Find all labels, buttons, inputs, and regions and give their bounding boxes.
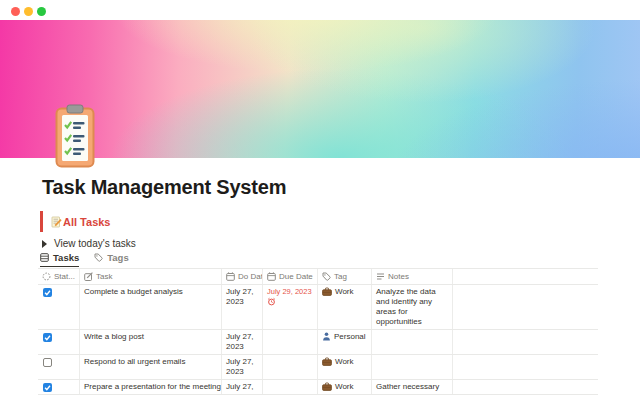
column-header-status[interactable]: Stat... (38, 269, 80, 284)
traffic-light-minimize-button[interactable] (24, 7, 33, 16)
tasks-table: Stat... Task Do Date (38, 268, 598, 400)
tag-cell[interactable]: Work (318, 355, 372, 379)
tab-tasks-label: Tasks (53, 252, 79, 263)
empty-cell (453, 330, 598, 354)
tab-tasks[interactable]: Tasks (40, 251, 79, 267)
table-row: Complete a budget analysisJuly 27, 2023J… (38, 284, 598, 329)
status-icon (42, 272, 51, 281)
do-date-cell[interactable]: July 27, (222, 380, 263, 394)
task-title-cell[interactable]: Write a blog post (80, 330, 222, 354)
status-cell (38, 330, 80, 354)
task-checkbox[interactable] (43, 383, 52, 392)
toggle-view-todays-tasks[interactable]: View today's tasks (42, 238, 136, 249)
person-icon (322, 332, 331, 341)
calendar-icon (226, 272, 235, 281)
tag-cell[interactable]: Work (318, 380, 372, 394)
column-header-do-date[interactable]: Do Date (222, 269, 263, 284)
table-header-row: Stat... Task Do Date (38, 268, 598, 284)
traffic-light-zoom-button[interactable] (37, 7, 46, 16)
tab-tags-label: Tags (107, 252, 128, 263)
task-title-cell[interactable]: Prepare a presentation for the meeting (80, 380, 222, 394)
briefcase-icon (322, 287, 332, 296)
toggle-arrow-icon[interactable] (42, 240, 47, 248)
window-titlebar (0, 0, 640, 20)
all-tasks-label: All Tasks (63, 216, 111, 228)
memo-icon (51, 216, 62, 228)
task-title-cell[interactable]: Complete a budget analysis (80, 285, 222, 329)
notes-cell[interactable] (372, 330, 453, 354)
column-header-label: Tag (334, 272, 347, 282)
calc-footer[interactable]: LETE12/19 (38, 395, 79, 400)
column-header-notes[interactable]: Notes (372, 269, 453, 284)
traffic-light-close-button[interactable] (11, 7, 20, 16)
column-header-due-date[interactable]: Due Date (263, 269, 318, 284)
empty-cell (453, 285, 598, 329)
due-date-cell[interactable]: July 29, 2023 (263, 285, 318, 329)
notes-icon (376, 272, 385, 281)
table-view-icon (40, 253, 49, 262)
due-date-text: July 29, 2023 (267, 287, 313, 297)
empty-cell (453, 355, 598, 379)
column-header-label: Do Date (238, 272, 263, 282)
status-cell (38, 380, 80, 394)
column-header-tag[interactable]: Tag (318, 269, 372, 284)
tag-label: Work (335, 382, 354, 392)
empty-cell (453, 380, 598, 394)
page-cover-image[interactable] (0, 20, 640, 158)
table-row: Prepare a presentation for the meetingJu… (38, 379, 598, 395)
status-cell (38, 285, 80, 329)
column-header-label: Notes (388, 272, 409, 282)
all-tasks-callout: All Tasks (40, 211, 117, 232)
table-row: Write a blog postJuly 27, 2023Personal (38, 329, 598, 354)
column-header-task[interactable]: Task (80, 269, 222, 284)
notes-cell[interactable]: Gather necessary (372, 380, 453, 394)
tag-cell[interactable]: Work (318, 285, 372, 329)
tag-label: Work (335, 287, 354, 297)
status-cell (38, 355, 80, 379)
task-checkbox[interactable] (43, 288, 52, 297)
tag-icon (322, 272, 331, 281)
column-header-label: Task (96, 272, 112, 282)
calendar-icon (267, 272, 276, 281)
due-date-cell[interactable] (263, 355, 318, 379)
column-header-label: Due Date (279, 272, 313, 282)
tag-label: Personal (334, 332, 366, 342)
alarm-clock-icon (267, 297, 276, 306)
notes-cell[interactable] (372, 355, 453, 379)
briefcase-icon (322, 357, 332, 366)
column-header-extra (453, 269, 598, 284)
toggle-label: View today's tasks (54, 238, 136, 249)
clipboard-checklist-icon[interactable] (55, 104, 95, 168)
pencil-icon (84, 272, 93, 281)
do-date-cell[interactable]: July 27, 2023 (222, 330, 263, 354)
tag-label: Work (335, 357, 354, 367)
page-title: Task Management System (42, 176, 286, 198)
tag-icon (94, 253, 103, 262)
briefcase-icon (322, 382, 332, 391)
task-checkbox[interactable] (43, 333, 52, 342)
task-title-cell[interactable]: Respond to all urgent emails (80, 355, 222, 379)
tag-cell[interactable]: Personal (318, 330, 372, 354)
table-row: Respond to all urgent emailsJuly 27, 202… (38, 354, 598, 379)
due-date-cell[interactable] (263, 380, 318, 394)
due-date-cell[interactable] (263, 330, 318, 354)
view-tabs: Tasks Tags (40, 251, 129, 267)
do-date-cell[interactable]: July 27, 2023 (222, 355, 263, 379)
do-date-cell[interactable]: July 27, 2023 (222, 285, 263, 329)
task-checkbox[interactable] (43, 358, 52, 367)
notes-cell[interactable]: Analyze the data and identify any areas … (372, 285, 453, 329)
column-header-label: Stat... (54, 272, 75, 282)
tab-tags[interactable]: Tags (94, 251, 128, 267)
